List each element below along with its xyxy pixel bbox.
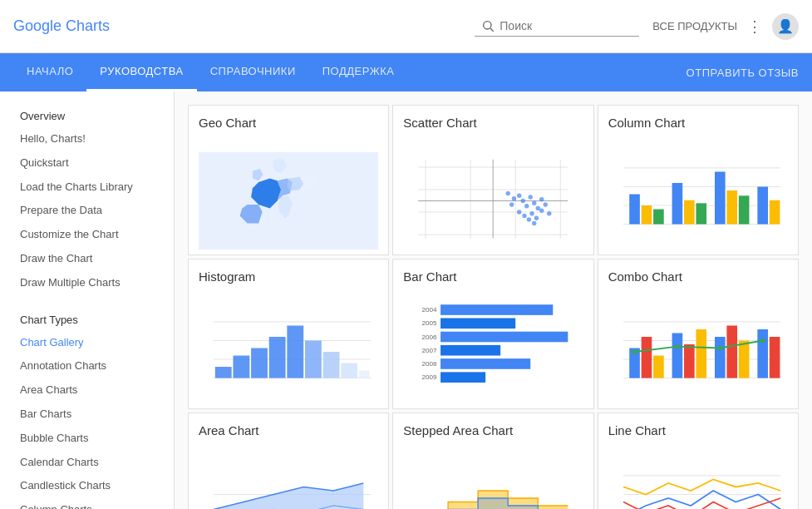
sidebar-link-gallery[interactable]: Chart Gallery [0, 331, 174, 355]
svg-point-37 [539, 209, 544, 213]
chart-gallery-grid: Geo Chart [188, 105, 799, 509]
chart-visual-area [199, 444, 378, 509]
svg-point-27 [524, 204, 529, 208]
svg-rect-64 [251, 348, 268, 378]
chart-title-area: Area Chart [199, 423, 378, 437]
svg-text:2006: 2006 [422, 334, 438, 341]
sidebar-link-calendar[interactable]: Calendar Charts [0, 451, 174, 475]
nav-item-support[interactable]: ПОДДЕРЖКА [309, 53, 408, 91]
svg-rect-49 [672, 183, 682, 225]
histogram-svg [199, 290, 378, 398]
svg-rect-51 [696, 203, 706, 224]
sidebar-link-quickstart[interactable]: Quickstart [0, 151, 174, 175]
nav-item-home[interactable]: НАЧАЛО [13, 53, 86, 91]
sidebar-link-bar[interactable]: Bar Charts [0, 403, 174, 427]
chart-title-bar: Bar Chart [403, 269, 583, 284]
svg-rect-95 [715, 337, 726, 378]
sidebar-link-load[interactable]: Load the Charts Library [0, 175, 174, 200]
svg-rect-63 [233, 356, 249, 378]
svg-text:2005: 2005 [422, 319, 438, 327]
sidebar-link-bubble[interactable]: Bubble Charts [0, 427, 174, 451]
svg-point-32 [544, 202, 548, 206]
svg-rect-70 [359, 371, 370, 378]
feedback-button[interactable]: ОТПРАВИТЬ ОТЗЫВ [687, 67, 799, 79]
svg-text:2009: 2009 [422, 373, 438, 381]
svg-point-25 [521, 199, 525, 203]
chart-title-histogram: Histogram [199, 269, 378, 284]
chart-title-column: Column Chart [608, 116, 788, 130]
chart-visual-scatter [403, 136, 583, 265]
search-input[interactable] [500, 19, 632, 32]
svg-rect-69 [341, 363, 357, 378]
sidebar-link-draw[interactable]: Draw the Chart [0, 247, 174, 271]
svg-point-28 [529, 195, 533, 199]
sidebar-link-column[interactable]: Column Charts [0, 498, 174, 509]
svg-rect-72 [440, 304, 553, 315]
page-layout: Overview Hello, Charts! Quickstart Load … [0, 91, 812, 509]
chart-visual-line [608, 444, 788, 509]
chart-card-geo[interactable]: Geo Chart [188, 105, 389, 255]
chart-card-combo[interactable]: Combo Chart [598, 259, 799, 409]
avatar[interactable]: 👤 [772, 13, 799, 40]
svg-rect-48 [653, 210, 664, 225]
sidebar-link-customize[interactable]: Customize the Chart [0, 223, 174, 247]
nav-item-reference[interactable]: СПРАВОЧНИКИ [197, 53, 309, 91]
svg-rect-67 [305, 340, 322, 378]
svg-rect-76 [440, 358, 530, 369]
svg-rect-66 [287, 325, 303, 378]
sidebar-link-candlestick[interactable]: Candlestick Charts [0, 474, 174, 498]
geo-chart-svg [199, 136, 378, 265]
chart-title-line: Line Chart [608, 423, 788, 437]
sidebar-link-area[interactable]: Area Charts [0, 378, 174, 403]
chart-card-histogram[interactable]: Histogram [188, 259, 389, 409]
svg-rect-77 [440, 372, 485, 383]
svg-rect-74 [440, 332, 568, 343]
chart-card-scatter[interactable]: Scatter Chart [392, 105, 593, 255]
svg-point-40 [532, 221, 536, 225]
chart-card-column[interactable]: Column Chart [598, 105, 799, 255]
svg-point-22 [506, 191, 510, 195]
line-chart-svg [608, 444, 788, 509]
svg-rect-93 [684, 344, 695, 378]
chart-card-bar[interactable]: Bar Chart 2004 2005 2006 [392, 259, 593, 409]
svg-rect-90 [641, 337, 652, 378]
chart-visual-geo [199, 136, 378, 265]
sidebar-overview-title: Overview [0, 105, 174, 127]
svg-rect-99 [769, 337, 780, 378]
svg-point-36 [534, 216, 539, 220]
sidebar-link-hello[interactable]: Hello, Charts! [0, 127, 174, 151]
svg-rect-54 [738, 195, 749, 224]
search-icon [481, 19, 495, 32]
svg-rect-50 [684, 200, 695, 225]
chart-card-stepped[interactable]: Stepped Area Chart [392, 413, 593, 509]
sidebar-link-annotation[interactable]: Annotation Charts [0, 354, 174, 378]
chart-card-area[interactable]: Area Chart [188, 413, 389, 509]
svg-point-30 [536, 206, 540, 210]
svg-rect-55 [757, 186, 768, 224]
search-box[interactable] [475, 16, 639, 37]
main-content: Geo Chart [175, 91, 812, 509]
nav-item-guides[interactable]: РУКОВОДСТВА [86, 53, 196, 91]
svg-rect-56 [769, 200, 780, 225]
svg-point-0 [484, 22, 491, 29]
svg-point-39 [527, 217, 531, 221]
svg-text:2008: 2008 [422, 360, 438, 368]
chart-card-line[interactable]: Line Chart [598, 413, 799, 509]
svg-rect-47 [641, 205, 652, 225]
sidebar-link-multiple[interactable]: Draw Multiple Charts [0, 271, 174, 295]
svg-rect-92 [672, 333, 682, 378]
svg-point-23 [512, 196, 516, 200]
scatter-chart-svg [403, 136, 583, 265]
svg-point-26 [509, 202, 514, 206]
more-options-button[interactable]: ⋮ [744, 14, 765, 39]
chart-visual-stepped [403, 444, 583, 509]
area-chart-svg [199, 444, 378, 509]
svg-rect-94 [696, 329, 706, 378]
chart-title-combo: Combo Chart [608, 269, 788, 284]
svg-rect-68 [323, 352, 340, 378]
sidebar-link-prepare[interactable]: Prepare the Data [0, 199, 174, 223]
sidebar-chart-types-title: Chart Types [0, 309, 174, 331]
svg-point-103 [760, 339, 765, 343]
all-products-button[interactable]: ВСЕ ПРОДУКТЫ [652, 20, 737, 32]
svg-rect-46 [629, 195, 640, 225]
